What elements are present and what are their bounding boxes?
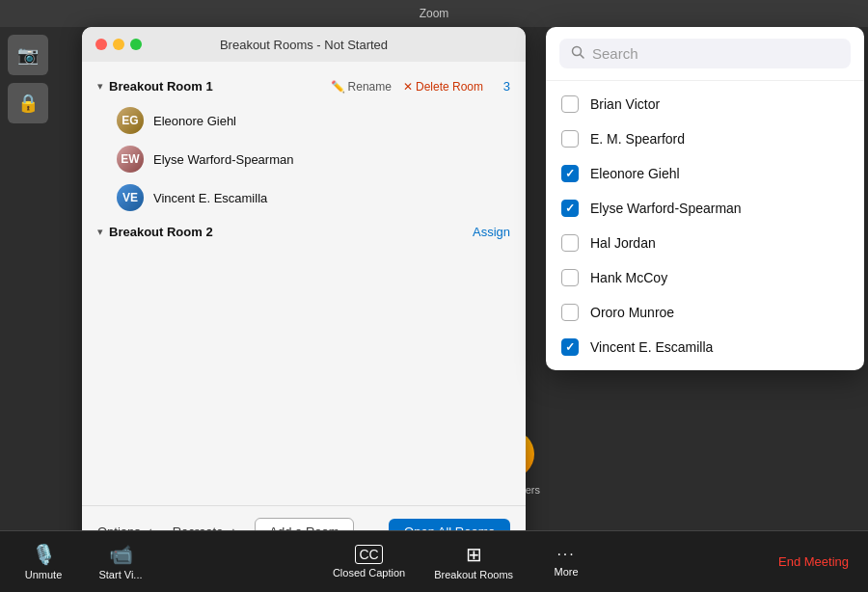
room-2-section: ▾ Breakout Room 2 Assign <box>82 217 526 247</box>
search-item-elyse[interactable]: Elyse Warford-Spearman <box>546 191 864 226</box>
bottom-toolbar: 🎙️ Unmute 📹 Start Vi... CC Closed Captio… <box>0 530 868 592</box>
room-1-actions: ✏️ Rename ✕ Delete Room 3 <box>331 79 510 94</box>
toolbar-start-video[interactable]: 📹 Start Vi... <box>96 543 145 580</box>
panel-title: Breakout Rooms - Not Started <box>220 38 388 52</box>
assign-room-2-button[interactable]: Assign <box>473 225 510 239</box>
search-name-hank: Hank McCoy <box>590 270 667 285</box>
participant-elyse: EW Elyse Warford-Spearman <box>82 140 526 178</box>
search-name-elyse: Elyse Warford-Spearman <box>590 201 742 216</box>
search-name-vincent: Vincent E. Escamilla <box>590 339 713 355</box>
close-window-button[interactable] <box>95 39 107 50</box>
search-participant-list: Brian Victor E. M. Spearford Eleonore Gi… <box>546 81 864 370</box>
search-name-hal: Hal Jordan <box>590 235 656 251</box>
cc-icon: CC <box>355 545 382 564</box>
checkbox-hal[interactable] <box>561 234 579 252</box>
checkbox-eleonore[interactable] <box>561 165 579 182</box>
name-elyse: Elyse Warford-Spearman <box>153 152 293 167</box>
delete-label: Delete Room <box>416 80 483 94</box>
room-2-header: ▾ Breakout Room 2 Assign <box>82 217 526 247</box>
top-bar: Zoom <box>0 0 868 27</box>
video-icon: 📹 <box>109 543 133 566</box>
room-1-name: Breakout Room 1 <box>109 79 325 94</box>
search-item-hank[interactable]: Hank McCoy <box>546 260 864 295</box>
checkbox-em[interactable] <box>561 130 579 148</box>
pencil-icon: ✏️ <box>331 80 345 94</box>
more-label: More <box>555 566 579 578</box>
rename-label: Rename <box>348 80 392 94</box>
camera-icon[interactable]: 📷 <box>8 35 48 75</box>
x-icon: ✕ <box>403 80 413 94</box>
minimize-window-button[interactable] <box>113 39 124 50</box>
end-meeting-button[interactable]: End Meeting <box>778 554 849 569</box>
search-input-wrapper <box>559 39 851 68</box>
search-dropdown: Brian Victor E. M. Spearford Eleonore Gi… <box>546 27 864 370</box>
closed-caption-label: Closed Caption <box>333 567 405 579</box>
breakout-panel: Breakout Rooms - Not Started ▾ Breakout … <box>82 27 526 557</box>
search-name-ororo: Ororo Munroe <box>590 305 674 320</box>
rename-room-1-button[interactable]: ✏️ Rename <box>331 80 392 94</box>
search-item-eleonore[interactable]: Eleonore Giehl <box>546 156 864 191</box>
panel-titlebar: Breakout Rooms - Not Started <box>82 27 526 62</box>
search-item-vincent[interactable]: Vincent E. Escamilla <box>546 330 864 364</box>
room-1-section: ▾ Breakout Room 1 ✏️ Rename ✕ Delete Roo… <box>82 71 526 217</box>
search-name-em: E. M. Spearford <box>590 131 685 147</box>
checkbox-brian[interactable] <box>561 95 579 113</box>
room-2-actions: Assign <box>473 225 510 239</box>
start-video-label: Start Vi... <box>98 569 142 580</box>
top-left-icons: 📷 🔒 <box>8 35 48 123</box>
zoom-background: Zoom 📷 🔒 👤 Invite Others Breakout Rooms … <box>0 0 868 592</box>
app-title: Zoom <box>420 7 449 20</box>
panel-content: ▾ Breakout Room 1 ✏️ Rename ✕ Delete Roo… <box>82 62 526 505</box>
room-1-count: 3 <box>495 79 510 94</box>
unmute-label: Unmute <box>25 569 63 580</box>
search-icon <box>571 45 584 62</box>
delete-room-1-button[interactable]: ✕ Delete Room <box>403 80 483 94</box>
avatar-eleonore: EG <box>117 107 144 134</box>
toolbar-more[interactable]: ··· More <box>542 546 590 578</box>
search-name-eleonore: Eleonore Giehl <box>590 166 680 181</box>
breakout-rooms-icon: ⊞ <box>466 543 482 566</box>
search-header <box>546 27 864 81</box>
room-1-header: ▾ Breakout Room 1 ✏️ Rename ✕ Delete Roo… <box>82 71 526 101</box>
svg-line-1 <box>581 55 584 59</box>
room-2-chevron[interactable]: ▾ <box>97 226 103 238</box>
name-vincent: Vincent E. Escamilla <box>153 191 267 205</box>
avatar-elyse: EW <box>117 146 144 173</box>
search-name-brian: Brian Victor <box>590 96 660 112</box>
toolbar-breakout-rooms[interactable]: ⊞ Breakout Rooms <box>434 543 513 580</box>
search-item-brian[interactable]: Brian Victor <box>546 87 864 121</box>
search-item-hal[interactable]: Hal Jordan <box>546 226 864 260</box>
more-icon: ··· <box>556 546 575 563</box>
name-eleonore: Eleonore Giehl <box>153 114 236 128</box>
traffic-lights <box>95 39 142 50</box>
mic-icon: 🎙️ <box>32 543 56 566</box>
checkbox-elyse[interactable] <box>561 200 579 217</box>
lock-icon[interactable]: 🔒 <box>8 83 48 123</box>
participant-vincent: VE Vincent E. Escamilla <box>82 178 526 217</box>
search-item-ororo[interactable]: Ororo Munroe <box>546 295 864 330</box>
toolbar-closed-caption[interactable]: CC Closed Caption <box>333 545 405 579</box>
checkbox-ororo[interactable] <box>561 304 579 321</box>
participant-eleonore: EG Eleonore Giehl <box>82 101 526 140</box>
maximize-window-button[interactable] <box>130 39 142 50</box>
breakout-rooms-label: Breakout Rooms <box>434 569 513 580</box>
search-input[interactable] <box>592 45 839 62</box>
toolbar-unmute[interactable]: 🎙️ Unmute <box>19 543 68 580</box>
avatar-vincent: VE <box>117 184 144 211</box>
checkbox-hank[interactable] <box>561 269 579 286</box>
checkbox-vincent[interactable] <box>561 338 579 356</box>
search-item-em[interactable]: E. M. Spearford <box>546 121 864 156</box>
room-1-chevron[interactable]: ▾ <box>97 80 103 93</box>
room-2-name: Breakout Room 2 <box>109 225 467 239</box>
